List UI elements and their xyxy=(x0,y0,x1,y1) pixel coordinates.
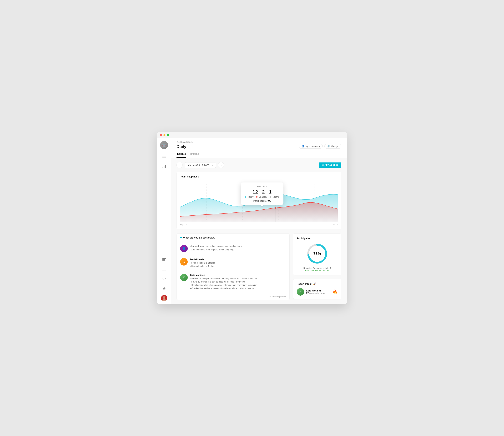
tooltip-participation: Participation 79% xyxy=(245,200,279,202)
bottom-grid: What did you do yesterday? 👤 - Loca xyxy=(177,233,341,300)
fire-icon: 🔥 xyxy=(333,289,338,294)
streak-person-name: Kate Martinez xyxy=(306,289,330,292)
date-navigation: ← Monday Oct 19, 2020 ▾ → EARLY ACCESS xyxy=(177,162,341,168)
team-happiness-chart: Team happiness Tue, Oct 6 12 2 1 xyxy=(177,172,341,229)
activity-desc: - Fixes in Topbar & Sidebar - New animat… xyxy=(190,261,286,268)
svg-rect-1 xyxy=(162,156,166,157)
tooltip-date: Tue, Oct 6 xyxy=(245,185,279,188)
sidebar-item-menu[interactable] xyxy=(161,153,167,159)
tooltip-numbers: 12 2 1 xyxy=(245,189,279,195)
chevron-down-icon: ▾ xyxy=(212,164,213,167)
activity-desc: - Worked on the spreadsheet with the blo… xyxy=(190,277,286,290)
svg-point-16 xyxy=(163,296,165,299)
avatar: K xyxy=(180,274,188,281)
preferences-button[interactable]: 👤 My preferences xyxy=(299,144,323,149)
unhappy-dot xyxy=(256,196,258,198)
neutral-dot xyxy=(270,196,271,198)
manage-button[interactable]: ⚙️ Manage xyxy=(324,144,341,149)
user-avatar[interactable] xyxy=(161,295,167,301)
person-icon: 👤 xyxy=(302,145,304,148)
activity-footer: 14 total responses xyxy=(177,293,289,300)
minimize-button[interactable] xyxy=(163,134,165,136)
activity-card: What did you do yesterday? 👤 - Loca xyxy=(177,233,289,300)
sidebar-item-analytics[interactable] xyxy=(161,164,167,170)
chart-title: Team happiness xyxy=(180,175,338,178)
svg-rect-6 xyxy=(162,258,166,259)
streak-title: Report streak 🚀 xyxy=(297,282,338,285)
activity-name: Kate Martinez xyxy=(190,274,286,276)
close-button[interactable] xyxy=(160,134,162,136)
activity-list[interactable]: 👤 - Located some responsive view errors … xyxy=(177,242,289,293)
participation-delta: +5% since Friday, Oct 16th xyxy=(297,269,338,272)
titlebar xyxy=(157,132,347,138)
svg-rect-3 xyxy=(162,167,163,168)
avatar: 👤 xyxy=(180,245,188,252)
svg-rect-2 xyxy=(162,157,166,158)
chart-labels: Sept 15 Oct 15 xyxy=(180,223,338,226)
main-header: Dashboard / Daily Daily 👤 My preferences… xyxy=(171,138,347,158)
donut-chart-wrapper: 73% xyxy=(297,242,338,265)
prev-date-button[interactable]: ← xyxy=(177,162,183,168)
svg-point-13 xyxy=(163,288,165,289)
sidebar-item-code[interactable] xyxy=(161,276,167,282)
donut-center: 73% xyxy=(313,251,321,256)
list-item: K Kate Martinez - Worked on the spreadsh… xyxy=(177,271,289,293)
tooltip-legends: Happy Unhappy Neutral xyxy=(245,196,279,198)
sidebar-item-list[interactable] xyxy=(161,256,167,263)
happy-count: 12 xyxy=(252,189,258,195)
streak-card: Report streak 🚀 K Kate Martinez 57 conse… xyxy=(293,279,341,299)
activity-title: What did you do yesterday? xyxy=(183,236,216,239)
activity-desc: - Located some responsive view errors on… xyxy=(190,245,286,251)
tab-timeline[interactable]: Timeline xyxy=(190,151,199,158)
chart-tooltip: Tue, Oct 6 12 2 1 Happy xyxy=(241,183,283,205)
unhappy-count: 2 xyxy=(262,189,265,195)
svg-rect-5 xyxy=(165,165,166,168)
svg-rect-0 xyxy=(162,155,166,155)
svg-rect-8 xyxy=(162,260,165,261)
sidebar: 🤖 xyxy=(157,138,171,304)
main-content: Dashboard / Daily Daily 👤 My preferences… xyxy=(171,138,347,304)
gear-icon: ⚙️ xyxy=(327,145,330,148)
participation-percentage: 73% xyxy=(313,251,321,256)
main-body: ← Monday Oct 19, 2020 ▾ → EARLY ACCESS T… xyxy=(171,158,347,304)
activity-name: Daniel Harris xyxy=(190,258,286,260)
participation-title: Participation xyxy=(297,237,338,240)
next-date-button[interactable]: → xyxy=(218,162,224,168)
list-item: D Daniel Harris - Fixes in Topbar & Side… xyxy=(177,255,289,271)
list-item: 👤 - Located some responsive view errors … xyxy=(177,242,289,255)
right-column: Participation 73% xyxy=(293,233,341,300)
participation-reported: Reported: 14 people out of 19 xyxy=(297,267,338,269)
tabs: Insights Timeline xyxy=(177,151,341,158)
breadcrumb: Dashboard / Daily xyxy=(177,141,193,143)
date-selector[interactable]: Monday Oct 19, 2020 ▾ xyxy=(185,162,216,168)
streak-count: 57 consecutive reports xyxy=(306,292,330,294)
happy-dot xyxy=(245,196,246,198)
app-window: 🤖 xyxy=(157,132,347,304)
activity-dot xyxy=(180,237,182,239)
activity-text: Kate Martinez - Worked on the spreadshee… xyxy=(190,274,286,290)
happy-legend: Happy xyxy=(245,196,253,198)
streak-info: Kate Martinez 57 consecutive reports xyxy=(306,289,330,294)
avatar: D xyxy=(180,258,188,266)
svg-point-14 xyxy=(163,287,165,290)
streak-item: K Kate Martinez 57 consecutive reports 🔥 xyxy=(297,288,338,296)
donut-chart: 73% xyxy=(306,242,328,265)
tab-insights[interactable]: Insights xyxy=(177,151,186,158)
sidebar-item-split[interactable] xyxy=(161,266,167,272)
unhappy-legend: Unhappy xyxy=(256,196,267,198)
svg-rect-4 xyxy=(164,166,164,168)
sidebar-item-settings[interactable] xyxy=(161,286,167,292)
tooltip-arrow xyxy=(260,205,264,207)
neutral-legend: Neutral xyxy=(270,196,279,198)
participation-card: Participation 73% xyxy=(293,233,341,275)
neutral-count: 1 xyxy=(269,189,272,195)
avatar[interactable]: 🤖 xyxy=(160,141,168,149)
maximize-button[interactable] xyxy=(167,134,169,136)
chart-start-label: Sept 15 xyxy=(180,223,187,226)
svg-rect-7 xyxy=(162,260,165,260)
activity-text: - Located some responsive view errors on… xyxy=(190,245,286,252)
chart-end-label: Oct 15 xyxy=(332,223,338,226)
activity-text: Daniel Harris - Fixes in Topbar & Sideba… xyxy=(190,258,286,268)
page-title: Daily xyxy=(177,144,193,149)
early-access-button[interactable]: EARLY ACCESS xyxy=(319,162,341,168)
